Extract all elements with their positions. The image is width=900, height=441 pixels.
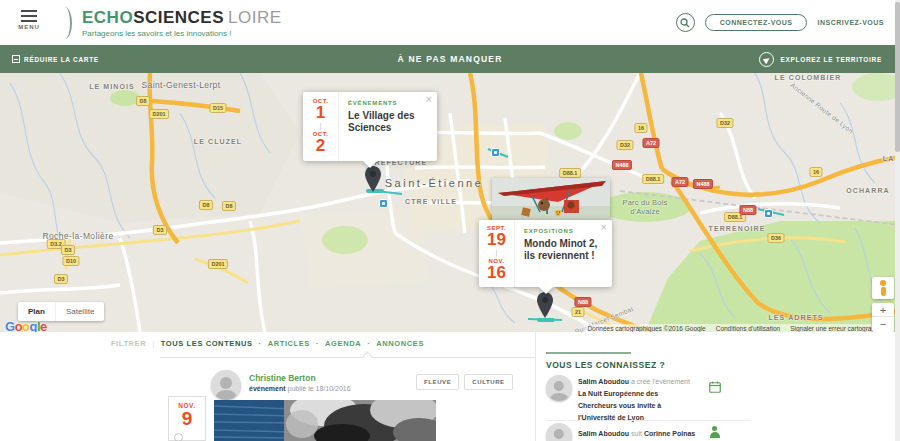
reduce-map-button[interactable]: RÉDUIRE LA CARTE [12,45,99,73]
filter-tab-tous-les-contenus[interactable]: TOUS LES CONTENUS [161,339,253,348]
reduce-map-icon [12,55,20,63]
menu-button[interactable]: MENU [14,10,44,30]
map-toolbar: À NE PAS MANQUER RÉDUIRE LA CARTE EXPLOR… [0,45,900,73]
road-badge: N488 [612,160,632,170]
road-badge: D8 [199,200,213,210]
filter-divider-line [160,357,535,358]
terms-link[interactable]: Conditions d'utilisation [716,325,780,332]
road-badge: N488 [693,179,713,189]
road-badge: D201 [149,109,169,119]
filter-bar: FILTRER | TOUS LES CONTENUS · ARTICLES ·… [0,339,535,348]
user-link[interactable]: Salim Aboudou [578,378,629,385]
pegman-icon [880,280,886,286]
road-badge: D88.1 [559,168,581,178]
map-label: Saint-Genest-Lerpt [141,80,220,90]
event-dates: OCT. 1 | OCT. 2 [303,92,339,161]
road-badge: D36 [767,233,784,243]
road-badge: A72 [642,138,659,148]
logo-wordmark: ECHOSCIENCESLOIRE [82,9,282,26]
user-link[interactable]: Salim Aboudou [578,430,629,437]
road-badge: N88 [739,205,756,215]
user-avatar[interactable] [546,375,572,401]
road-badge: D201 [208,259,228,269]
event-popup-mondo-minot: SEPT. 19 | NOV. 16 EXPOSITIONS Mondo Min… [479,220,612,287]
filter-tab-agenda[interactable]: AGENDA [325,339,361,348]
zoom-in-button[interactable]: + [872,303,894,317]
road-badge: 16 [809,167,822,177]
transit-station-icon[interactable] [379,199,388,208]
register-link[interactable]: INSCRIVEZ-VOUS [817,19,884,26]
event-photo-mondo-minot[interactable] [492,178,610,220]
pegman-control[interactable] [872,277,894,299]
filter-tab-annonces[interactable]: ANNONCES [376,339,424,348]
author-avatar[interactable] [211,370,241,400]
transit-station-icon[interactable] [764,209,773,218]
site-logo[interactable]: ECHOSCIENCESLOIRE Partageons les savoirs… [58,4,282,42]
road-badge: D3 [61,245,75,255]
tag-culture[interactable]: CULTURE [464,374,512,390]
close-icon[interactable]: × [426,94,432,105]
map-label: LES ADRETS [768,314,823,321]
map-pin-mondo-minot[interactable] [537,292,553,318]
zoom-out-button[interactable]: − [872,317,894,331]
main-column: FILTRER | TOUS LES CONTENUS · ARTICLES ·… [0,332,535,441]
road-badge: D32 [716,118,733,128]
search-button[interactable] [676,13,695,32]
sidebar-accent-rule [546,352,631,354]
event-category: EXPOSITIONS [524,228,604,234]
article-image[interactable] [214,400,436,441]
calendar-icon [709,379,721,397]
tram-segment [537,318,555,322]
user-link[interactable]: Corinne Poinas [644,430,695,437]
echosciences-page: MENU ECHOSCIENCESLOIRE Partageons les sa… [0,0,900,441]
map-label: LE MINOIS [89,83,135,90]
transit-station-icon[interactable] [491,148,500,157]
feed-divider [546,420,751,421]
sidebar-heading: VOUS LES CONNAISSEZ ? [546,360,665,370]
road-badge: A72 [671,177,688,187]
map-attribution: Données cartographiques ©2016 Google Con… [584,324,894,332]
map-type-satellite-button[interactable]: Satellite [56,302,104,321]
map-pin-village-des-sciences[interactable] [365,166,381,192]
map-label: TERRENOIRE [709,225,766,232]
event-dates: SEPT. 19 | NOV. 16 [479,220,515,287]
map-label: LE CLUZEL [194,138,242,145]
event-title-link[interactable]: Le Village des Sciences [348,110,429,133]
article-meta: événement publié le 18/10/2016 [249,385,351,392]
road-badge: D15 [209,103,226,113]
page-scrollbar[interactable] [895,0,900,441]
user-avatar[interactable] [546,423,572,441]
event-link[interactable]: La Nuit Européenne des Chercheurs vous i… [578,390,661,421]
tag-fleuve[interactable]: FLEUVE [416,374,459,390]
road-badge: D8 [136,96,150,106]
google-logo[interactable]: Google [5,319,47,332]
activity-text: Salim Aboudou a créé l'événement La Nuit… [578,376,696,424]
menu-label: MENU [14,24,44,30]
filter-label: FILTRER [111,339,146,348]
road-badge: D3 [153,225,167,235]
road-badge: 16 [634,123,647,133]
hamburger-icon [21,10,37,12]
map-label: CTRE VILLE [405,198,457,205]
article-tags: FLEUVE CULTURE [416,374,513,390]
event-category: ÉVÉNEMENTS [348,100,429,106]
road-badge: D32 [616,140,633,150]
logo-arc-icon [58,7,72,39]
map-label: Saint-Étienne [385,177,484,189]
author-name-link[interactable]: Christine Berton [249,373,316,383]
content-area: FILTRER | TOUS LES CONTENUS · ARTICLES ·… [0,332,900,441]
connect-button[interactable]: CONNECTEZ-VOUS [705,14,808,31]
attribution-data: Données cartographiques ©2016 Google [587,325,705,332]
road-badge: N88 [574,297,591,307]
road-badge: 21 [571,307,584,317]
map-label: OCHARRA [846,187,889,194]
map-canvas[interactable]: LE MINOIS Saint-Genest-Lerpt LE CLUZEL R… [0,73,900,332]
filter-tab-articles[interactable]: ARTICLES [268,339,310,348]
explore-territory-button[interactable]: EXPLOREZ LE TERRITOIRE [759,45,882,73]
map-label: LE COLOMBIER [775,74,842,81]
close-icon[interactable]: × [601,222,607,233]
logo-tagline: Partageons les savoirs et les innovation… [82,30,282,38]
zoom-control: + − [872,303,894,332]
scrollbar-thumb[interactable] [895,2,900,152]
event-title-link[interactable]: Mondo Minot 2, ils reviennent ! [524,238,604,261]
